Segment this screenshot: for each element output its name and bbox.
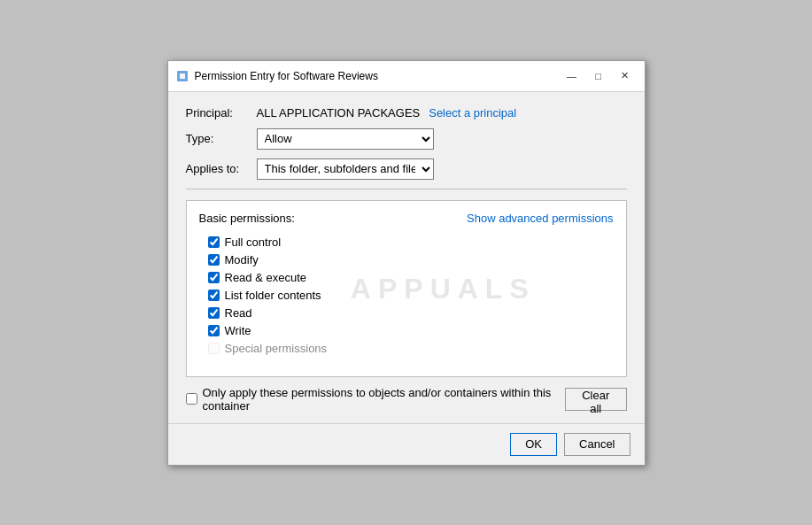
- window-body: Principal: ALL APPLICATION PACKAGES Sele…: [168, 92, 645, 423]
- bottom-section: Only apply these permissions to objects …: [186, 386, 627, 413]
- permission-full-control-label: Full control: [225, 235, 282, 249]
- permission-read-checkbox[interactable]: [208, 307, 220, 319]
- permission-read-row: Read: [199, 306, 614, 320]
- permissions-section: Basic permissions: Show advanced permiss…: [186, 200, 627, 377]
- permission-write-row: Write: [199, 324, 614, 337]
- permission-read-execute-label: Read & execute: [225, 271, 307, 284]
- applies-to-select[interactable]: This folder, subfolders and files This f…: [257, 158, 434, 180]
- window-title: Permission Entry for Software Reviews: [195, 70, 378, 82]
- minimize-button[interactable]: —: [560, 66, 584, 86]
- permission-modify-checkbox[interactable]: [208, 254, 220, 266]
- permission-special-row: Special permissions: [199, 342, 614, 355]
- type-row: Type: Allow Deny: [186, 128, 627, 150]
- ok-button[interactable]: OK: [510, 433, 557, 456]
- principal-value: ALL APPLICATION PACKAGES: [257, 106, 421, 120]
- permission-list-folder-label: List folder contents: [225, 289, 321, 302]
- permission-list-folder-checkbox[interactable]: [208, 290, 220, 301]
- title-bar-left: Permission Entry for Software Reviews: [175, 69, 378, 83]
- applies-to-row: Applies to: This folder, subfolders and …: [186, 158, 627, 180]
- permission-list-folder-row: List folder contents: [199, 289, 614, 302]
- type-label: Type:: [186, 132, 257, 145]
- title-bar: Permission Entry for Software Reviews — …: [168, 61, 645, 92]
- permissions-section-label: Basic permissions:: [199, 212, 295, 225]
- permission-full-control-checkbox[interactable]: [208, 236, 220, 248]
- permission-special-checkbox: [208, 343, 220, 354]
- select-principal-link[interactable]: Select a principal: [429, 106, 516, 120]
- cancel-button[interactable]: Cancel: [564, 433, 630, 456]
- maximize-button[interactable]: □: [586, 66, 611, 86]
- window-footer: OK Cancel: [168, 423, 645, 465]
- title-controls: — □ ✕: [560, 66, 638, 86]
- only-apply-label: Only apply these permissions to objects …: [203, 386, 566, 413]
- clear-all-button[interactable]: Clear all: [565, 388, 626, 411]
- permission-read-label: Read: [225, 306, 252, 320]
- permission-entry-window: Permission Entry for Software Reviews — …: [167, 60, 646, 466]
- principal-row: Principal: ALL APPLICATION PACKAGES Sele…: [186, 106, 627, 120]
- show-advanced-permissions-link[interactable]: Show advanced permissions: [467, 212, 613, 225]
- close-button[interactable]: ✕: [613, 66, 638, 86]
- permissions-header: Basic permissions: Show advanced permiss…: [199, 212, 614, 225]
- permission-modify-row: Modify: [199, 253, 614, 266]
- only-apply-checkbox[interactable]: [186, 393, 197, 405]
- permission-special-label: Special permissions: [225, 342, 328, 355]
- permission-write-label: Write: [225, 324, 251, 337]
- window-icon: [175, 69, 189, 83]
- permission-read-execute-checkbox[interactable]: [208, 272, 220, 283]
- permission-write-checkbox[interactable]: [208, 325, 220, 336]
- applies-to-label: Applies to:: [186, 162, 257, 175]
- type-select[interactable]: Allow Deny: [257, 128, 434, 150]
- permission-modify-label: Modify: [225, 253, 259, 266]
- permission-full-control-row: Full control: [199, 235, 614, 249]
- permission-read-execute-row: Read & execute: [199, 271, 614, 284]
- section-divider: [186, 189, 627, 189]
- principal-label: Principal:: [186, 106, 257, 120]
- only-apply-row: Only apply these permissions to objects …: [186, 386, 566, 413]
- svg-rect-1: [180, 73, 185, 79]
